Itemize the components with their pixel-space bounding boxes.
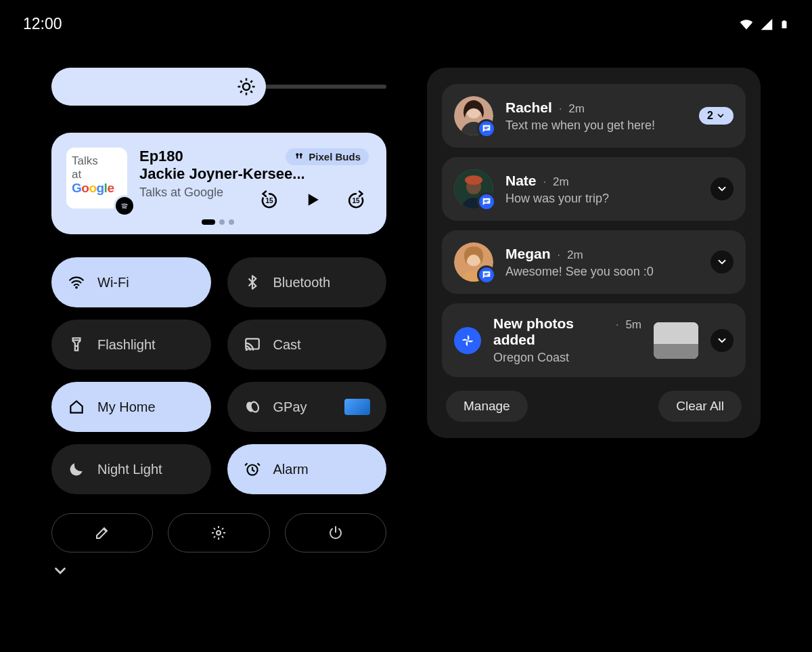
battery-icon [780, 18, 789, 31]
google-wordmark: Google [72, 181, 114, 195]
media-artist: Jackie Joyner-Kersee... [139, 165, 369, 183]
notification-time: 2m [553, 175, 569, 189]
qs-tile-label: Night Light [97, 462, 162, 477]
avatar [454, 169, 493, 209]
qs-tile-label: Bluetooth [273, 275, 331, 290]
expand-button[interactable] [710, 329, 734, 352]
status-bar: 12:00 [0, 15, 812, 33]
qs-tile-label: My Home [97, 399, 156, 415]
quick-settings-grid: Wi-Fi Bluetooth Flashlight Cast [51, 257, 386, 494]
qs-tile-home[interactable]: My Home [51, 382, 211, 432]
qs-tile-label: Wi-Fi [97, 275, 129, 290]
svg-point-8 [76, 345, 78, 347]
svg-point-7 [75, 286, 78, 289]
notification-sender: Nate [505, 173, 537, 189]
notification-shade: Rachel · 2m Text me when you get here! 2 [427, 68, 761, 438]
notification-item[interactable]: Nate · 2m How was your trip? [442, 157, 746, 221]
alarm-icon [244, 460, 261, 478]
notification-title: New photos added [493, 316, 609, 348]
qs-tile-label: Cast [273, 337, 301, 353]
clear-all-button[interactable]: Clear All [658, 391, 742, 422]
svg-rect-4 [300, 156, 302, 159]
media-title: Ep180 [139, 148, 183, 165]
spotify-badge [114, 195, 135, 217]
flashlight-icon [68, 336, 85, 353]
notification-body: How was your trip? [505, 192, 698, 206]
brightness-fill [51, 68, 266, 106]
qs-tile-nightlight[interactable]: Night Light [51, 444, 211, 494]
expand-handle[interactable] [51, 562, 386, 580]
home-icon [68, 398, 85, 416]
pager-dot [229, 219, 234, 225]
brightness-slider[interactable] [51, 68, 386, 106]
svg-point-19 [465, 175, 482, 185]
earbuds-icon [294, 151, 304, 162]
messages-badge-icon [477, 265, 496, 284]
notification-count: 2 [707, 110, 713, 122]
pager-dot [219, 219, 225, 225]
qs-tile-wifi[interactable]: Wi-Fi [51, 257, 211, 307]
svg-point-14 [217, 531, 221, 535]
qs-tile-label: Alarm [273, 462, 309, 477]
notification-time: 2m [567, 248, 583, 262]
bluetooth-icon [244, 274, 261, 291]
qs-tile-alarm[interactable]: Alarm [227, 444, 387, 494]
wifi-status-icon [739, 18, 754, 31]
notification-body: Oregon Coast [493, 351, 641, 365]
media-output-chip[interactable]: Pixel Buds [286, 148, 369, 165]
notification-item[interactable]: New photos added · 5m Oregon Coast [442, 303, 746, 377]
qs-tile-cast[interactable]: Cast [227, 320, 387, 370]
messages-badge-icon [477, 119, 496, 138]
messages-badge-icon [477, 192, 496, 211]
album-art-line2: at [72, 168, 81, 181]
svg-text:15: 15 [265, 197, 273, 204]
quick-settings-panel: Talks at Google Ep180 Pixel Bu [51, 68, 386, 638]
gpay-icon [244, 398, 261, 416]
svg-point-0 [243, 83, 250, 90]
qs-tile-gpay[interactable]: GPay [227, 382, 387, 432]
brightness-icon [236, 77, 256, 97]
edit-tiles-button[interactable] [51, 513, 153, 552]
notification-time: 2m [568, 102, 585, 116]
qs-tile-label: Flashlight [97, 337, 156, 353]
expand-button[interactable] [710, 177, 734, 200]
qs-tile-bluetooth[interactable]: Bluetooth [227, 257, 387, 307]
notification-item[interactable]: Megan · 2m Awesome! See you soon :0 [442, 230, 746, 294]
manage-button[interactable]: Manage [446, 391, 528, 422]
expand-button[interactable] [710, 251, 734, 274]
play-button[interactable] [302, 190, 323, 210]
notification-count-chip[interactable]: 2 [699, 107, 734, 125]
settings-button[interactable] [168, 513, 269, 552]
media-pager[interactable] [66, 219, 369, 225]
notification-time: 5m [625, 318, 641, 332]
pager-dot [202, 219, 215, 225]
svg-text:15: 15 [352, 197, 360, 204]
quick-settings-actions [51, 513, 386, 552]
power-button[interactable] [285, 513, 386, 552]
media-album-art: Talks at Google [66, 148, 127, 209]
notification-actions: Manage Clear All [442, 387, 746, 423]
cell-signal-icon [759, 18, 774, 31]
gpay-card-graphic [344, 399, 370, 415]
clock: 12:00 [23, 15, 62, 33]
album-art-line1: Talks [72, 154, 98, 167]
moon-icon [68, 460, 85, 478]
media-card[interactable]: Talks at Google Ep180 Pixel Bu [51, 133, 386, 234]
qs-tile-flashlight[interactable]: Flashlight [51, 320, 211, 370]
skip-back-button[interactable]: 15 [259, 190, 279, 210]
photos-app-icon [454, 327, 481, 354]
wifi-icon [68, 274, 85, 291]
notification-sender: Megan [505, 246, 551, 262]
cast-icon [244, 336, 261, 353]
notification-thumbnail [654, 322, 698, 359]
avatar [454, 242, 493, 282]
qs-tile-label: GPay [273, 399, 307, 415]
skip-forward-button[interactable]: 15 [346, 190, 366, 210]
svg-rect-2 [297, 156, 298, 159]
media-output-label: Pixel Buds [309, 151, 361, 162]
svg-point-10 [245, 349, 247, 351]
notification-body: Text me when you get here! [505, 118, 687, 133]
notification-body: Awesome! See you soon :0 [505, 265, 698, 279]
notification-item[interactable]: Rachel · 2m Text me when you get here! 2 [442, 84, 746, 148]
avatar [454, 96, 493, 135]
